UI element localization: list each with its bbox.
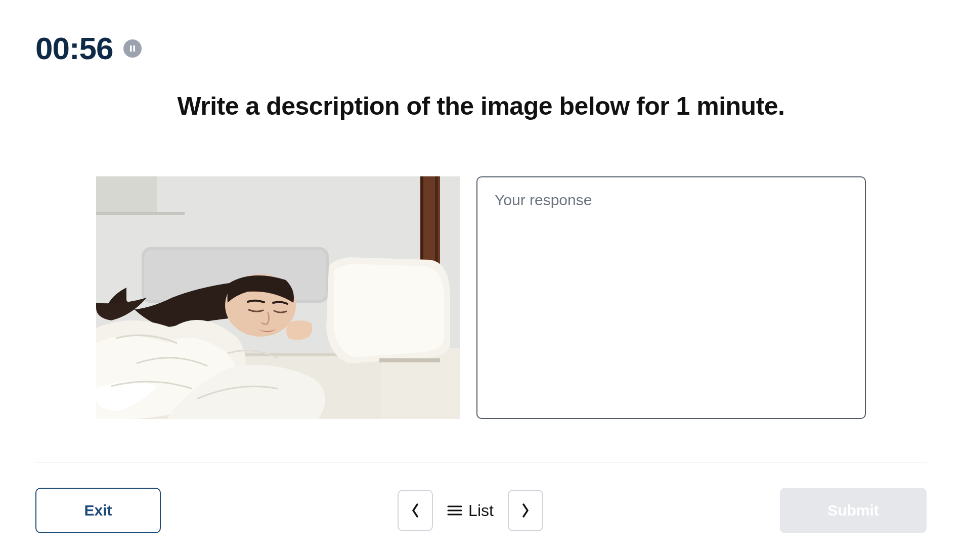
chevron-left-icon	[410, 502, 420, 519]
response-input[interactable]	[495, 192, 848, 404]
list-icon	[447, 504, 462, 517]
list-button[interactable]: List	[443, 501, 498, 520]
pause-icon	[129, 45, 136, 52]
prompt-text: Write a description of the image below f…	[35, 91, 927, 121]
pause-button[interactable]	[123, 39, 142, 58]
list-label: List	[468, 501, 494, 520]
submit-button[interactable]: Submit	[780, 488, 927, 533]
response-panel	[476, 176, 866, 419]
prev-button[interactable]	[398, 490, 433, 531]
chevron-right-icon	[520, 502, 531, 519]
nav-center: List	[398, 490, 543, 531]
svg-rect-3	[96, 176, 157, 212]
timer-display: 00:56	[35, 30, 113, 66]
svg-rect-1	[133, 45, 135, 52]
timer-row: 00:56	[35, 30, 927, 66]
svg-rect-4	[96, 212, 185, 215]
svg-rect-13	[379, 358, 440, 362]
next-button[interactable]	[508, 490, 543, 531]
content-row	[35, 176, 927, 419]
prompt-image	[96, 176, 460, 419]
svg-rect-0	[130, 45, 132, 52]
exit-button[interactable]: Exit	[35, 488, 161, 533]
footer: Exit List Submit	[35, 462, 927, 533]
